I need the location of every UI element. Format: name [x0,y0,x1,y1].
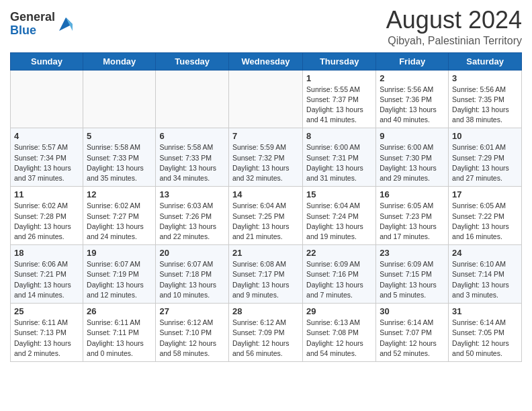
day-number: 19 [87,248,152,258]
day-number: 17 [452,189,518,199]
calendar-cell [228,70,302,128]
location: Qibyah, Palestinian Territory [386,35,522,47]
calendar-cell: 12Sunrise: 6:02 AM Sunset: 7:27 PM Dayli… [83,187,156,245]
day-info: Sunrise: 5:56 AM Sunset: 7:36 PM Dayligh… [380,85,445,126]
day-info: Sunrise: 6:06 AM Sunset: 7:21 PM Dayligh… [14,259,79,300]
day-info: Sunrise: 5:58 AM Sunset: 7:33 PM Dayligh… [87,142,152,183]
day-number: 24 [452,248,518,258]
day-info: Sunrise: 6:04 AM Sunset: 7:24 PM Dayligh… [306,201,372,242]
day-number: 26 [87,306,152,316]
day-number: 16 [380,189,445,199]
logo-icon [56,15,75,34]
day-info: Sunrise: 6:09 AM Sunset: 7:16 PM Dayligh… [306,259,372,300]
calendar-week-row: 4Sunrise: 5:57 AM Sunset: 7:34 PM Daylig… [11,128,522,187]
calendar-cell: 7Sunrise: 5:59 AM Sunset: 7:32 PM Daylig… [228,128,302,187]
day-info: Sunrise: 6:05 AM Sunset: 7:22 PM Dayligh… [452,201,518,242]
calendar-cell [83,70,156,128]
day-info: Sunrise: 5:57 AM Sunset: 7:34 PM Dayligh… [14,142,79,183]
day-number: 18 [14,248,79,258]
calendar-header-row: SundayMondayTuesdayWednesdayThursdayFrid… [11,52,522,70]
day-number: 15 [306,189,372,199]
day-number: 3 [452,73,518,83]
day-info: Sunrise: 6:11 AM Sunset: 7:13 PM Dayligh… [14,318,79,359]
calendar-cell: 5Sunrise: 5:58 AM Sunset: 7:33 PM Daylig… [83,128,156,187]
day-of-week-header: Sunday [11,52,83,70]
day-info: Sunrise: 5:56 AM Sunset: 7:35 PM Dayligh… [452,85,518,126]
calendar-cell: 28Sunrise: 6:12 AM Sunset: 7:09 PM Dayli… [228,304,302,362]
day-number: 5 [87,131,152,141]
calendar-cell: 13Sunrise: 6:03 AM Sunset: 7:26 PM Dayli… [156,187,229,245]
day-number: 8 [306,131,372,141]
calendar-cell: 10Sunrise: 6:01 AM Sunset: 7:29 PM Dayli… [449,128,522,187]
day-of-week-header: Wednesday [228,52,302,70]
calendar-cell: 17Sunrise: 6:05 AM Sunset: 7:22 PM Dayli… [449,187,522,245]
day-number: 12 [87,189,152,199]
calendar-cell: 27Sunrise: 6:12 AM Sunset: 7:10 PM Dayli… [156,304,229,362]
calendar-cell: 18Sunrise: 6:06 AM Sunset: 7:21 PM Dayli… [11,245,83,304]
day-number: 9 [380,131,445,141]
calendar-cell: 20Sunrise: 6:07 AM Sunset: 7:18 PM Dayli… [156,245,229,304]
calendar-cell: 4Sunrise: 5:57 AM Sunset: 7:34 PM Daylig… [11,128,83,187]
day-number: 4 [14,131,79,141]
day-number: 14 [232,189,299,199]
day-number: 25 [14,306,79,316]
day-info: Sunrise: 5:58 AM Sunset: 7:33 PM Dayligh… [159,142,225,183]
day-number: 28 [232,306,299,316]
calendar-cell: 8Sunrise: 6:00 AM Sunset: 7:31 PM Daylig… [303,128,376,187]
calendar-cell: 31Sunrise: 6:14 AM Sunset: 7:05 PM Dayli… [449,304,522,362]
day-number: 1 [306,73,372,83]
day-number: 30 [380,306,445,316]
day-info: Sunrise: 6:07 AM Sunset: 7:19 PM Dayligh… [87,259,152,300]
calendar-cell: 30Sunrise: 6:14 AM Sunset: 7:07 PM Dayli… [376,304,449,362]
day-info: Sunrise: 6:03 AM Sunset: 7:26 PM Dayligh… [159,201,225,242]
calendar-cell: 24Sunrise: 6:10 AM Sunset: 7:14 PM Dayli… [449,245,522,304]
calendar-week-row: 18Sunrise: 6:06 AM Sunset: 7:21 PM Dayli… [11,245,522,304]
day-info: Sunrise: 6:13 AM Sunset: 7:08 PM Dayligh… [306,318,372,359]
day-info: Sunrise: 6:01 AM Sunset: 7:29 PM Dayligh… [452,142,518,183]
logo: General Blue [10,11,75,38]
day-of-week-header: Friday [376,52,449,70]
day-info: Sunrise: 6:02 AM Sunset: 7:27 PM Dayligh… [87,201,152,242]
day-info: Sunrise: 6:14 AM Sunset: 7:07 PM Dayligh… [380,318,445,359]
day-number: 2 [380,73,445,83]
calendar-cell: 1Sunrise: 5:55 AM Sunset: 7:37 PM Daylig… [303,70,376,128]
title-area: August 2024 Qibyah, Palestinian Territor… [386,7,522,47]
day-info: Sunrise: 6:14 AM Sunset: 7:05 PM Dayligh… [452,318,518,359]
day-number: 27 [159,306,225,316]
day-info: Sunrise: 6:10 AM Sunset: 7:14 PM Dayligh… [452,259,518,300]
day-info: Sunrise: 6:04 AM Sunset: 7:25 PM Dayligh… [232,201,299,242]
day-number: 31 [452,306,518,316]
day-info: Sunrise: 6:12 AM Sunset: 7:10 PM Dayligh… [159,318,225,359]
day-of-week-header: Monday [83,52,156,70]
day-of-week-header: Saturday [449,52,522,70]
day-number: 13 [159,189,225,199]
calendar-week-row: 1Sunrise: 5:55 AM Sunset: 7:37 PM Daylig… [11,70,522,128]
calendar-cell: 2Sunrise: 5:56 AM Sunset: 7:36 PM Daylig… [376,70,449,128]
calendar-cell: 15Sunrise: 6:04 AM Sunset: 7:24 PM Dayli… [303,187,376,245]
day-of-week-header: Thursday [303,52,376,70]
day-info: Sunrise: 6:00 AM Sunset: 7:31 PM Dayligh… [306,142,372,183]
calendar-cell: 16Sunrise: 6:05 AM Sunset: 7:23 PM Dayli… [376,187,449,245]
calendar-cell: 29Sunrise: 6:13 AM Sunset: 7:08 PM Dayli… [303,304,376,362]
day-info: Sunrise: 6:12 AM Sunset: 7:09 PM Dayligh… [232,318,299,359]
calendar-cell: 23Sunrise: 6:09 AM Sunset: 7:15 PM Dayli… [376,245,449,304]
calendar-cell: 19Sunrise: 6:07 AM Sunset: 7:19 PM Dayli… [83,245,156,304]
calendar-table: SundayMondayTuesdayWednesdayThursdayFrid… [10,52,522,362]
day-of-week-header: Tuesday [156,52,229,70]
day-number: 6 [159,131,225,141]
day-info: Sunrise: 6:11 AM Sunset: 7:11 PM Dayligh… [87,318,152,359]
calendar-cell: 21Sunrise: 6:08 AM Sunset: 7:17 PM Dayli… [228,245,302,304]
day-number: 23 [380,248,445,258]
day-info: Sunrise: 6:02 AM Sunset: 7:28 PM Dayligh… [14,201,79,242]
day-number: 7 [232,131,299,141]
day-info: Sunrise: 5:59 AM Sunset: 7:32 PM Dayligh… [232,142,299,183]
calendar-week-row: 25Sunrise: 6:11 AM Sunset: 7:13 PM Dayli… [11,304,522,362]
day-number: 11 [14,189,79,199]
day-info: Sunrise: 6:00 AM Sunset: 7:30 PM Dayligh… [380,142,445,183]
page-header: General Blue August 2024 Qibyah, Palesti… [10,7,522,47]
day-info: Sunrise: 6:05 AM Sunset: 7:23 PM Dayligh… [380,201,445,242]
day-number: 22 [306,248,372,258]
day-info: Sunrise: 6:09 AM Sunset: 7:15 PM Dayligh… [380,259,445,300]
day-number: 21 [232,248,299,258]
calendar-cell: 9Sunrise: 6:00 AM Sunset: 7:30 PM Daylig… [376,128,449,187]
